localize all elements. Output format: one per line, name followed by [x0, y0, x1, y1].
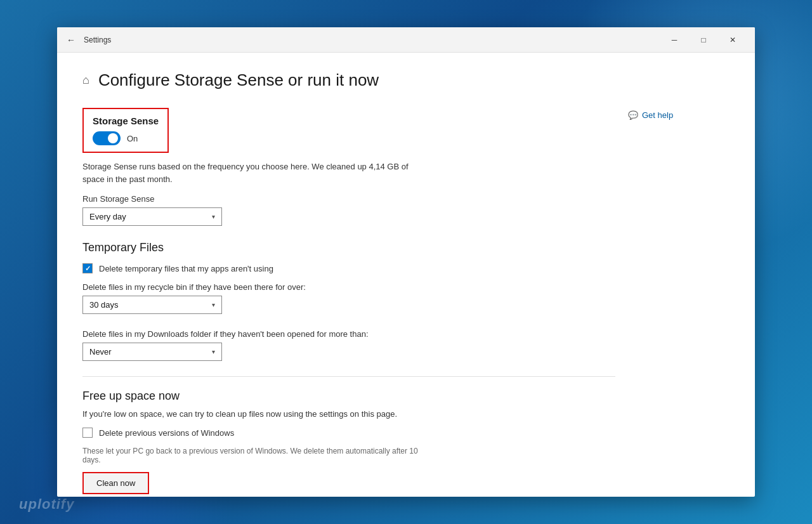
back-button[interactable]: ←: [65, 34, 77, 46]
recycle-dropdown-value: 30 days: [89, 300, 119, 310]
get-help-link[interactable]: 💬 Get help: [628, 110, 730, 120]
recycle-dropdown[interactable]: 30 days ▾: [82, 296, 222, 314]
run-storage-sense-label: Run Storage Sense: [82, 194, 615, 204]
run-dropdown-value: Every day: [89, 212, 126, 221]
maximize-icon: □: [701, 36, 705, 44]
checkmark-icon: ✓: [85, 265, 91, 272]
close-button[interactable]: ✕: [718, 27, 747, 53]
temporary-files-heading: Temporary Files: [82, 241, 615, 254]
titlebar-controls: ─ □ ✕: [660, 27, 747, 53]
storage-sense-toggle[interactable]: [93, 131, 121, 145]
free-space-description: If you're low on space, we can try to cl…: [82, 409, 425, 419]
clean-now-label: Clean now: [84, 473, 148, 493]
page-title-row: ⌂ Configure Storage Sense or run it now: [82, 70, 730, 90]
titlebar-title: Settings: [84, 36, 660, 44]
toggle-thumb: [108, 133, 118, 143]
delete-temp-checkbox[interactable]: ✓: [82, 263, 93, 273]
settings-window: ← Settings ─ □ ✕ ⌂ Configure Storage Sen…: [57, 27, 755, 497]
content-area: ⌂ Configure Storage Sense or run it now …: [57, 53, 755, 497]
downloads-dropdown-arrow: ▾: [212, 348, 215, 355]
downloads-dropdown[interactable]: Never ▾: [82, 343, 222, 361]
run-storage-sense-dropdown[interactable]: Every day ▾: [82, 207, 222, 226]
delete-temp-row: ✓ Delete temporary files that my apps ar…: [82, 263, 615, 273]
run-dropdown-arrow: ▾: [212, 213, 215, 220]
page-title: Configure Storage Sense or run it now: [98, 70, 379, 90]
get-help-label: Get help: [642, 110, 673, 120]
storage-sense-heading: Storage Sense: [93, 115, 159, 126]
downloads-label: Delete files in my Downloads folder if t…: [82, 329, 615, 339]
storage-sense-description: Storage Sense runs based on the frequenc…: [82, 160, 425, 185]
maximize-button[interactable]: □: [689, 27, 718, 53]
section-divider: [82, 376, 615, 377]
delete-windows-checkbox[interactable]: [82, 428, 93, 438]
downloads-dropdown-value: Never: [89, 347, 112, 357]
storage-sense-box: Storage Sense On: [82, 108, 169, 153]
right-column: 💬 Get help: [628, 108, 730, 494]
main-layout: Storage Sense On Storage Sense runs base…: [82, 108, 730, 494]
minimize-icon: ─: [672, 36, 678, 44]
toggle-row: On: [93, 131, 159, 145]
delete-windows-row: Delete previous versions of Windows: [82, 428, 615, 438]
recycle-label: Delete files in my recycle bin if they h…: [82, 282, 615, 292]
titlebar: ← Settings ─ □ ✕: [57, 27, 755, 53]
free-space-heading: Free up space now: [82, 390, 615, 403]
close-icon: ✕: [730, 36, 736, 44]
delete-windows-muted: These let your PC go back to a previous …: [82, 447, 425, 464]
delete-temp-label: Delete temporary files that my apps aren…: [99, 264, 273, 273]
recycle-dropdown-arrow: ▾: [212, 301, 215, 308]
delete-windows-label: Delete previous versions of Windows: [99, 428, 234, 438]
toggle-label: On: [127, 134, 138, 143]
home-icon[interactable]: ⌂: [82, 74, 89, 87]
minimize-button[interactable]: ─: [660, 27, 689, 53]
get-help-icon: 💬: [628, 110, 638, 120]
watermark: uplotify: [19, 496, 74, 513]
clean-now-button[interactable]: Clean now: [82, 472, 149, 494]
left-column: Storage Sense On Storage Sense runs base…: [82, 108, 615, 494]
